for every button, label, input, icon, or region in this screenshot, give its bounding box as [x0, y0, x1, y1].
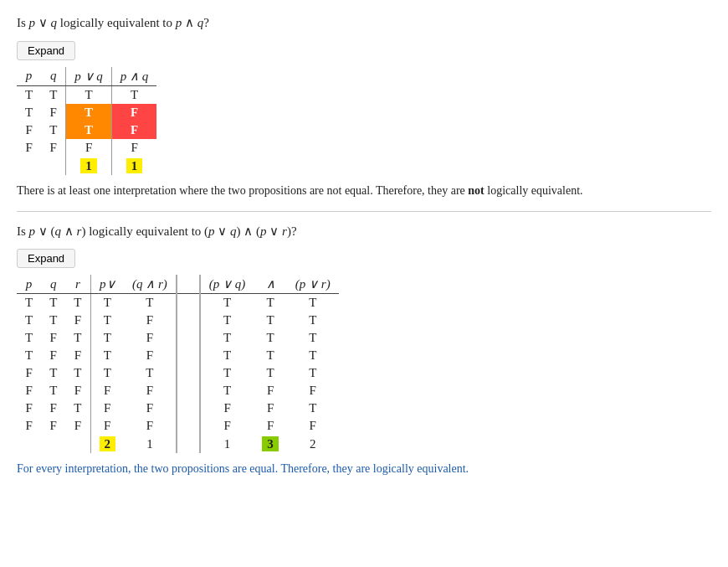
cell: T — [17, 347, 41, 364]
cell: F — [65, 417, 90, 435]
cell: F — [41, 139, 66, 157]
cell: T — [17, 312, 41, 329]
col-header-p2: p — [17, 275, 41, 294]
table-row: T F T T F T T T — [17, 329, 339, 347]
cell: F — [124, 347, 177, 364]
col-header-paq: p ∧ q — [111, 67, 156, 86]
cell: T — [90, 312, 124, 329]
cell: F — [17, 417, 41, 435]
cell: F — [124, 382, 177, 399]
cell: T — [124, 364, 177, 382]
cell: F — [254, 382, 287, 399]
count-cell: 1 — [111, 157, 156, 175]
cell — [177, 364, 200, 382]
cell: F — [287, 382, 339, 399]
cell: T — [287, 399, 339, 417]
cell: T — [66, 104, 112, 121]
cell: T — [287, 364, 339, 382]
cell: T — [41, 121, 66, 139]
table-row: T T F T F T T T — [17, 312, 339, 329]
cell: T — [41, 312, 65, 329]
cell: F — [124, 417, 177, 435]
cell: F — [254, 399, 287, 417]
table-row: F T T T T T T T — [17, 364, 339, 382]
cell: F — [90, 417, 124, 435]
count-cell: 3 — [254, 435, 287, 453]
count-cell — [41, 435, 65, 453]
expand-button-2[interactable]: Expand — [17, 249, 75, 268]
section-divider — [17, 211, 711, 212]
cell: T — [200, 347, 254, 364]
cell: F — [124, 329, 177, 347]
cell: T — [111, 85, 156, 104]
cell: T — [254, 364, 287, 382]
question2: Is p ∨ (q ∧ r) logically equivalent to (… — [17, 222, 711, 241]
cell — [177, 294, 200, 312]
cell: F — [41, 347, 65, 364]
cell: T — [254, 329, 287, 347]
cell: T — [254, 294, 287, 312]
cell: F — [17, 121, 41, 139]
cell: F — [111, 121, 156, 139]
table-row: F F F F F F F F — [17, 417, 339, 435]
table-row: T T T T — [17, 85, 156, 104]
count-cell — [17, 157, 41, 175]
count-cell: 1 — [66, 157, 112, 175]
cell: T — [90, 294, 124, 312]
count-cell — [41, 157, 66, 175]
cell: T — [17, 104, 41, 121]
cell: F — [17, 382, 41, 399]
count-cell — [65, 435, 90, 453]
table-row: F F T F F F F T — [17, 399, 339, 417]
col-header-p1: p — [17, 67, 41, 86]
cell: F — [41, 329, 65, 347]
table-row: T F F T F T T T — [17, 347, 339, 364]
cell: T — [65, 364, 90, 382]
cell: T — [200, 364, 254, 382]
count-cell: 2 — [90, 435, 124, 453]
cell: T — [124, 294, 177, 312]
cell: T — [90, 364, 124, 382]
expand-button-1[interactable]: Expand — [17, 41, 75, 60]
count-cell: 2 — [287, 435, 339, 453]
cell: T — [200, 312, 254, 329]
cell: T — [254, 347, 287, 364]
col-header-and: ∧ — [254, 275, 287, 294]
cell: T — [287, 294, 339, 312]
cell: T — [66, 121, 112, 139]
cell: F — [90, 382, 124, 399]
cell: T — [254, 312, 287, 329]
cell — [177, 347, 200, 364]
cell: F — [41, 417, 65, 435]
cell: F — [124, 312, 177, 329]
col-header-q1: q — [41, 67, 66, 86]
cell: T — [65, 399, 90, 417]
section2: Is p ∨ (q ∧ r) logically equivalent to (… — [17, 222, 711, 478]
cell: F — [90, 399, 124, 417]
cell: F — [65, 312, 90, 329]
section1: Is p ∨ q logically equivalent to p ∧ q? … — [17, 13, 711, 199]
cell — [177, 329, 200, 347]
count-cell — [177, 435, 200, 453]
count-row: 2 1 1 3 2 — [17, 435, 339, 453]
col-header-pvq: p ∨ q — [66, 67, 112, 86]
cell: T — [90, 329, 124, 347]
cell: F — [200, 417, 254, 435]
cell: T — [17, 294, 41, 312]
table-row: T T T T T T T T — [17, 294, 339, 312]
count-cell: 1 — [124, 435, 177, 453]
col-separator — [177, 275, 200, 294]
cell: T — [200, 382, 254, 399]
cell: T — [200, 329, 254, 347]
cell: F — [65, 382, 90, 399]
col-header-pv: p∨ — [90, 275, 124, 294]
cell: F — [41, 399, 65, 417]
cell: T — [41, 364, 65, 382]
cell: T — [287, 347, 339, 364]
cell: F — [124, 399, 177, 417]
truth-table-1: p q p ∨ q p ∧ q T T T T T F T F F T — [17, 67, 156, 175]
count-cell — [17, 435, 41, 453]
count-row: 1 1 — [17, 157, 156, 175]
result-text-2: For every interpretation, the two propos… — [17, 460, 711, 477]
cell: F — [254, 417, 287, 435]
